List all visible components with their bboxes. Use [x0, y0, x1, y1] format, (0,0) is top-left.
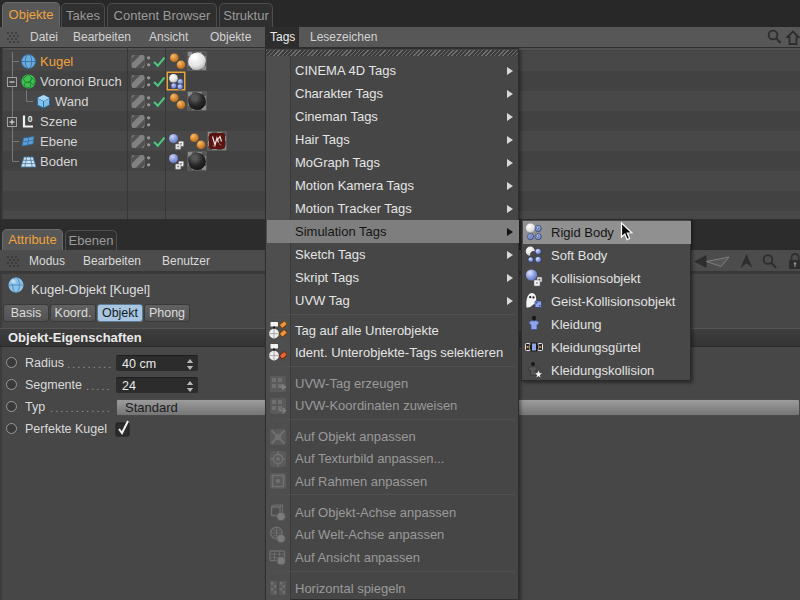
svg-text:0: 0: [28, 114, 33, 124]
